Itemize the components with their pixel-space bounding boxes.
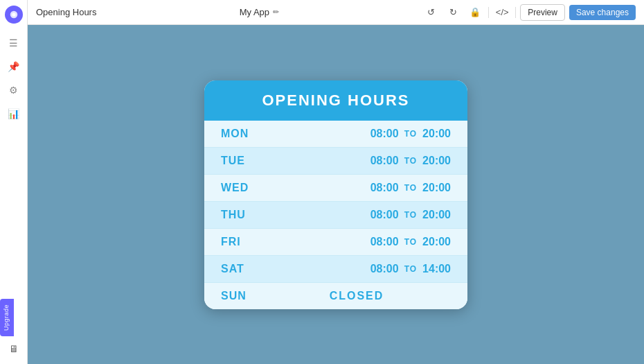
sidebar-icon-pin[interactable]: 📌 [4,57,24,76]
card-body: MON08:00TO20:00TUE08:00TO20:00WED08:00TO… [204,121,467,309]
sidebar-icon-chart[interactable]: 📊 [4,104,24,123]
oh-row: FRI08:00TO20:00 [204,229,467,256]
topbar-divider [488,7,489,18]
oh-day-label: SAT [221,263,262,275]
save-button[interactable]: Save changes [569,5,636,20]
topbar-left: Opening Hours [36,7,96,17]
oh-to-label: TO [404,183,417,193]
oh-day-label: TUE [221,155,262,167]
oh-day-label: MON [221,128,262,140]
upgrade-button[interactable]: Upgrade [0,299,14,336]
oh-times: 08:00TO20:00 [262,182,451,194]
app-logo[interactable] [5,6,23,24]
oh-closed-label: CLOSED [262,290,451,302]
opening-hours-card: OPENING HOURS MON08:00TO20:00TUE08:00TO2… [204,80,467,309]
oh-to-label: TO [404,237,417,247]
oh-open-time: 08:00 [370,209,399,221]
oh-open-time: 08:00 [370,155,399,167]
oh-open-time: 08:00 [370,182,399,194]
oh-day-label: WED [221,182,262,194]
oh-open-time: 08:00 [370,236,399,248]
edit-icon[interactable]: ✏ [273,8,279,17]
oh-to-label: TO [404,264,417,274]
topbar-divider2 [515,7,516,18]
oh-times: 08:00TO20:00 [262,236,451,248]
oh-open-time: 08:00 [370,128,399,140]
code-button[interactable]: </> [493,3,511,21]
oh-row: TUE08:00TO20:00 [204,148,467,175]
oh-close-time: 20:00 [422,155,451,167]
svg-point-1 [12,12,15,16]
topbar: Opening Hours My App ✏ ↺ ↻ 🔒 </> Preview… [28,0,644,25]
canvas: OPENING HOURS MON08:00TO20:00TUE08:00TO2… [28,25,644,364]
oh-close-time: 14:00 [422,263,451,275]
app-name-label: My App [240,7,269,17]
oh-day-label: SUN [221,290,262,302]
oh-times: 08:00TO20:00 [262,209,451,221]
oh-close-time: 20:00 [422,236,451,248]
oh-row: SUNCLOSED [204,283,467,309]
sidebar-icon-settings[interactable]: ⚙ [4,80,24,100]
page-title: Opening Hours [36,7,96,17]
oh-row: WED08:00TO20:00 [204,175,467,202]
preview-button[interactable]: Preview [520,4,565,21]
oh-day-label: FRI [221,236,262,248]
oh-times: 08:00TO14:00 [262,263,451,275]
card-header: OPENING HOURS [204,80,467,121]
oh-to-label: TO [404,210,417,220]
oh-times: 08:00TO20:00 [262,155,451,167]
oh-row: THU08:00TO20:00 [204,202,467,229]
topbar-center: My App ✏ [240,7,279,17]
sidebar: ☰ 📌 ⚙ 📊 Upgrade 🖥 [0,0,28,364]
card-title: OPENING HOURS [218,92,454,110]
sidebar-icon-menu[interactable]: ☰ [4,33,24,53]
oh-close-time: 20:00 [422,209,451,221]
oh-close-time: 20:00 [422,128,451,140]
oh-to-label: TO [404,156,417,166]
undo-button[interactable]: ↺ [422,3,440,21]
bottom-icon: 🖥 [4,339,24,358]
oh-row: SAT08:00TO14:00 [204,256,467,283]
oh-open-time: 08:00 [370,263,399,275]
oh-times: 08:00TO20:00 [262,128,451,140]
redo-button[interactable]: ↻ [444,3,462,21]
lock-button[interactable]: 🔒 [466,3,484,21]
oh-day-label: THU [221,209,262,221]
oh-close-time: 20:00 [422,182,451,194]
topbar-right: ↺ ↻ 🔒 </> Preview Save changes [422,3,636,21]
oh-row: MON08:00TO20:00 [204,121,467,148]
oh-to-label: TO [404,129,417,139]
main-area: Opening Hours My App ✏ ↺ ↻ 🔒 </> Preview… [28,0,644,364]
